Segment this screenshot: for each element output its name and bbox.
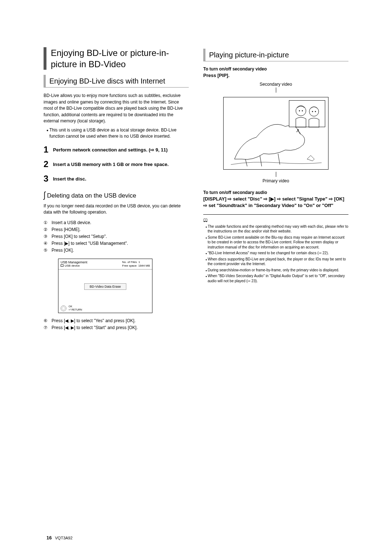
separator — [203, 214, 348, 215]
doc-code: VQT3A92 — [55, 536, 73, 540]
sub-title: Enjoying BD-Live discs with Internet — [44, 75, 189, 88]
usb-management-screenshot: USB Management USB device No. of Files 1… — [58, 259, 152, 313]
intro-text: BD-Live allows you to enjoy more functio… — [44, 93, 189, 124]
delete-step-1: Insert a USB device. — [52, 219, 91, 226]
sub-title-light: discs with Internet — [105, 77, 165, 85]
delete-step-7: Press [◀, ▶] to select "Start" and press… — [52, 324, 138, 331]
secondary-video-label: Secondary video — [203, 82, 348, 87]
main-title: Enjoying BD-Live or picture-in-picture i… — [44, 47, 189, 70]
delete-step-2: Press [HOME]. — [52, 226, 81, 233]
step-2-text: Insert a USB memory with 1 GB or more fr… — [53, 159, 169, 168]
tv-on-label: To turn on/off secondary video — [203, 66, 348, 72]
usb-note: This unit is using a USB device as a loc… — [46, 127, 189, 139]
delete-step-4: Press [▶] to select "USB Management". — [52, 240, 128, 247]
step-1-text: Perform network connection and settings.… — [53, 145, 168, 153]
sb-title: USB Management — [61, 260, 122, 264]
step-2: 2 Insert a USB memory with 1 GB or more … — [44, 159, 189, 169]
delete-step-3: Press [OK] to select "Setup". — [52, 233, 107, 240]
delete-intro: If you no longer need data recorded on t… — [44, 203, 189, 216]
pip-illustration — [223, 97, 328, 170]
step-num-3: 3 — [44, 174, 53, 184]
pip-title: Playing picture-in-picture — [203, 49, 348, 61]
step-num-1: 1 — [44, 145, 53, 155]
delete-steps: ①Insert a USB device. ②Press [HOME]. ③Pr… — [44, 219, 189, 254]
ta-on-label: To turn on/off secondary audio — [203, 190, 348, 195]
press-pip: Press [PIP]. — [203, 72, 348, 79]
note-4: When discs supporting BD-Live are played… — [205, 257, 348, 267]
sb-nfiles-val: 1 — [138, 260, 140, 264]
note-1: The usable functions and the operating m… — [205, 224, 348, 234]
people-illustration — [289, 101, 326, 127]
note-icon: 🕮 — [203, 218, 348, 223]
svg-point-6 — [315, 111, 316, 112]
step-num-2: 2 — [44, 159, 53, 169]
sb-nfiles-label: No. of Files — [122, 260, 136, 264]
note-5: During search/slow-motion or frame-by-fr… — [205, 268, 348, 273]
step-1: 1 Perform network connection and setting… — [44, 145, 189, 155]
delete-heading: Deleting data on the USB device — [44, 191, 189, 199]
svg-point-5 — [312, 111, 313, 112]
sb-ok: OK — [69, 305, 82, 308]
svg-point-1 — [296, 106, 306, 116]
svg-point-2 — [299, 110, 300, 112]
pip-inset — [289, 100, 325, 127]
delete-steps-cont: ⑥Press [◀, ▶] to select "Yes" and press … — [44, 317, 189, 331]
footer: 16 VQT3A92 — [46, 535, 73, 540]
note-2: Some BD-Live content available on the Bl… — [205, 235, 348, 250]
primary-video-label: Primary video — [203, 178, 348, 183]
step-3-text: Insert the disc. — [53, 174, 86, 182]
sub-title-bold: Enjoying BD-Live — [49, 77, 105, 85]
delete-step-5: Press [OK]. — [52, 247, 74, 254]
note-6: When "BD-Video Secondary Audio" in "Digi… — [205, 274, 348, 283]
sb-free-label: Free space — [122, 264, 136, 267]
svg-point-3 — [302, 110, 303, 112]
sb-free-val: 1844 MB — [138, 264, 150, 267]
delete-step-6: Press [◀, ▶] to select "Yes" and press [… — [52, 317, 136, 324]
svg-point-0 — [297, 129, 299, 131]
note-3: "BD-Live Internet Access" may need to be… — [205, 251, 348, 256]
sb-return: RETURN — [72, 308, 82, 311]
usb-icon — [61, 264, 64, 267]
nav-circle-icon — [61, 305, 66, 311]
page-number: 16 — [46, 535, 52, 540]
sb-device: USB device — [65, 264, 80, 267]
display-instructions: [DISPLAY] ⇨ select "Disc" ⇨ [▶] ⇨ select… — [203, 196, 348, 209]
step-3: 3 Insert the disc. — [44, 174, 189, 184]
erase-button: BD-Video Data Erase — [84, 283, 126, 290]
